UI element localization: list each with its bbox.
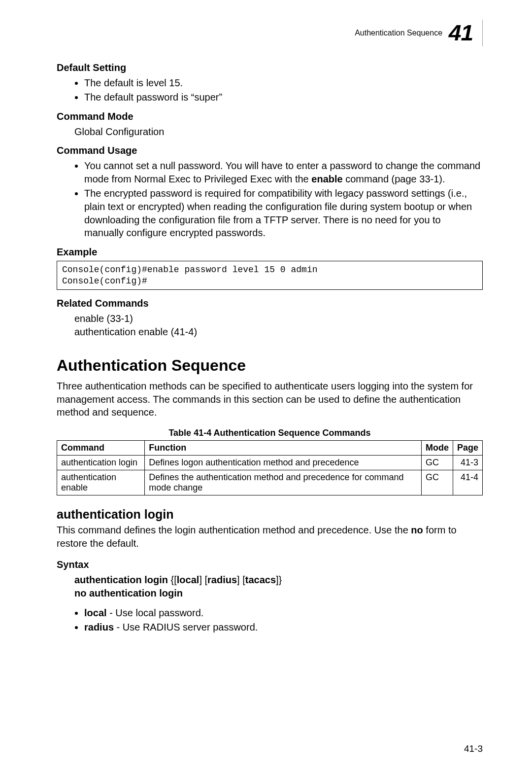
th: Page <box>453 441 482 456</box>
list-item: The encrypted password is required for c… <box>84 187 483 240</box>
text: enable (33-1) <box>74 313 133 324</box>
td: 41-3 <box>453 456 482 470</box>
list-item: You cannot set a null password. You will… <box>84 159 483 186</box>
heading-command-usage: Command Usage <box>57 145 483 156</box>
section-title: Authentication Sequence <box>57 356 483 375</box>
text-bold: local <box>177 574 200 585</box>
text: - Use RADIUS server password. <box>114 622 258 633</box>
text: authentication enable (41-4) <box>74 326 197 337</box>
td: GC <box>421 456 453 470</box>
td: authentication login <box>57 456 145 470</box>
text-bold: authentication login <box>74 574 168 585</box>
command-title: authentication login <box>57 507 483 522</box>
heading-example: Example <box>57 246 483 258</box>
header-title: Authentication Sequence <box>355 29 442 37</box>
th: Function <box>145 441 422 456</box>
text: This command defines the login authentic… <box>57 525 411 535</box>
table-row: authentication login Defines logon authe… <box>57 456 483 470</box>
text-bold: no authentication login <box>74 588 183 598</box>
chapter-number: 41 <box>449 21 473 45</box>
section-paragraph: Three authentication methods can be spec… <box>57 380 483 419</box>
table-row: authentication enable Defines the authen… <box>57 470 483 495</box>
th: Mode <box>421 441 453 456</box>
related-commands-text: enable (33-1) authentication enable (41-… <box>74 312 483 339</box>
td: GC <box>421 470 453 495</box>
table-header-row: Command Function Mode Page <box>57 441 483 456</box>
td: Defines logon authentication method and … <box>145 456 422 470</box>
list-item: local - Use local password. <box>84 606 483 620</box>
text-bold: enable <box>311 174 342 184</box>
text: command (page 33-1). <box>343 174 445 184</box>
heading-related-commands: Related Commands <box>57 298 483 309</box>
text: ] [ <box>199 574 207 585</box>
default-setting-list: The default is level 15. The default pas… <box>57 76 483 104</box>
text: ] [ <box>237 574 245 585</box>
list-item: The default password is “super” <box>84 91 483 104</box>
syntax-options-list: local - Use local password. radius - Use… <box>57 606 483 634</box>
td: Defines the authentication method and pr… <box>145 470 422 495</box>
text-bold: local <box>84 607 107 618</box>
heading-command-mode: Command Mode <box>57 111 483 122</box>
text: - Use local password. <box>107 607 204 618</box>
text: ]} <box>276 574 282 585</box>
command-description: This command defines the login authentic… <box>57 524 483 550</box>
table-caption: Table 41-4 Authentication Sequence Comma… <box>57 428 483 438</box>
text-bold: radius <box>207 574 237 585</box>
page-number: 41-3 <box>464 743 483 754</box>
command-mode-text: Global Configuration <box>74 125 483 139</box>
commands-table: Command Function Mode Page authenticatio… <box>57 440 483 495</box>
list-item: The default is level 15. <box>84 76 483 90</box>
td: 41-4 <box>453 470 482 495</box>
td: authentication enable <box>57 470 145 495</box>
heading-syntax: Syntax <box>57 559 483 570</box>
syntax-block: authentication login {[local] [radius] [… <box>74 573 483 600</box>
text: {[ <box>168 574 177 585</box>
list-item: radius - Use RADIUS server password. <box>84 621 483 634</box>
header-divider <box>482 20 483 46</box>
page: Authentication Sequence 41 Default Setti… <box>0 0 532 661</box>
text-bold: no <box>411 525 423 535</box>
command-usage-list: You cannot set a null password. You will… <box>57 159 483 240</box>
page-header: Authentication Sequence 41 <box>57 20 483 46</box>
code-example: Console(config)#enable password level 15… <box>57 261 483 290</box>
text-bold: tacacs <box>245 574 276 585</box>
text-bold: radius <box>84 622 114 633</box>
th: Command <box>57 441 145 456</box>
heading-default-setting: Default Setting <box>57 62 483 73</box>
